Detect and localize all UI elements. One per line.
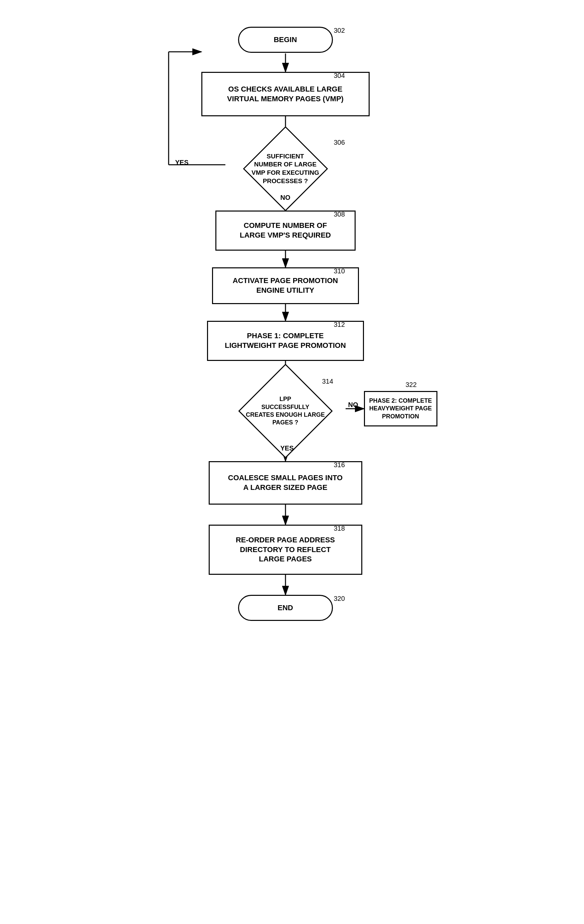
- node-318-label: RE-ORDER PAGE ADDRESSDIRECTORY TO REFLEC…: [236, 535, 335, 564]
- ref-314: 314: [322, 378, 333, 385]
- node-322-label: PHASE 2: COMPLETEHEAVYWEIGHT PAGE PROMOT…: [365, 397, 436, 421]
- flowchart-diagram: BEGIN 302 OS CHECKS AVAILABLE LARGEVIRTU…: [142, 13, 443, 916]
- begin-label: BEGIN: [274, 35, 297, 45]
- node-304-label: OS CHECKS AVAILABLE LARGEVIRTUAL MEMORY …: [227, 84, 344, 104]
- node-306-label: SUFFICIENTNUMBER OF LARGEVMP FOR EXECUTI…: [252, 152, 319, 185]
- node-310-label: ACTIVATE PAGE PROMOTIONENGINE UTILITY: [233, 276, 338, 295]
- ref-310: 310: [334, 267, 345, 275]
- ref-302: 302: [334, 27, 345, 35]
- ref-306: 306: [334, 139, 345, 146]
- node-306-wrapper: SUFFICIENTNUMBER OF LARGEVMP FOR EXECUTI…: [225, 139, 345, 199]
- yes-label-314: YES: [280, 444, 294, 452]
- no-label-306: NO: [280, 194, 291, 201]
- ref-308: 308: [334, 211, 345, 218]
- ref-312: 312: [334, 321, 345, 328]
- node-308-label: COMPUTE NUMBER OFLARGE VMP'S REQUIRED: [240, 221, 331, 240]
- end-label: END: [278, 603, 293, 613]
- node-322: PHASE 2: COMPLETEHEAVYWEIGHT PAGE PROMOT…: [364, 391, 438, 426]
- ref-318: 318: [334, 525, 345, 532]
- yes-label-306: YES: [175, 159, 189, 167]
- ref-316: 316: [334, 461, 345, 469]
- ref-320: 320: [334, 595, 345, 602]
- node-314-label: LPPSUCCESSFULLYCREATES ENOUGH LARGEPAGES…: [246, 395, 325, 427]
- no-label-314: NO: [348, 401, 358, 409]
- begin-node: BEGIN: [238, 27, 333, 53]
- node-314-wrapper: LPPSUCCESSFULLYCREATES ENOUGH LARGEPAGES…: [219, 378, 352, 444]
- end-node: END: [238, 595, 333, 621]
- ref-322: 322: [406, 381, 417, 389]
- ref-304: 304: [334, 72, 345, 79]
- node-316-label: COALESCE SMALL PAGES INTOA LARGER SIZED …: [228, 473, 342, 492]
- node-312-label: PHASE 1: COMPLETELIGHTWEIGHT PAGE PROMOT…: [225, 331, 346, 350]
